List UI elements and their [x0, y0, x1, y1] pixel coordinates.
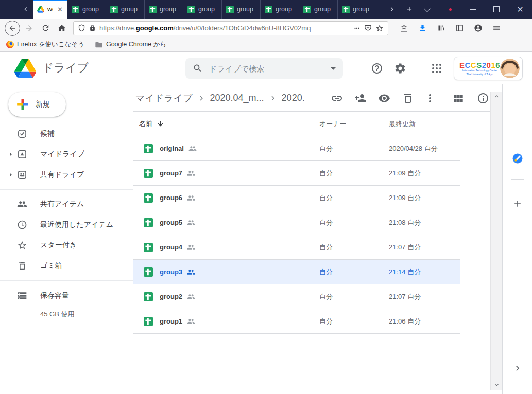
address-bar[interactable]: https://drive.google.com/drive/u/0/folde…	[73, 21, 388, 35]
file-owner: 自分	[319, 136, 333, 160]
breadcrumb-item[interactable]: 2020.04_m...	[210, 93, 264, 103]
list-all-tabs-icon[interactable]	[418, 0, 436, 19]
browser-tab-group[interactable]: group	[260, 0, 299, 19]
menu-hamburger-icon[interactable]	[488, 21, 505, 36]
sheets-favicon-icon	[342, 6, 350, 13]
browser-tab-group[interactable]: group	[67, 0, 106, 19]
sidebar-item-my-drive[interactable]: マイドライブ	[0, 144, 133, 165]
delete-icon[interactable]	[402, 92, 414, 104]
back-button[interactable]	[4, 21, 21, 36]
settings-gear-icon[interactable]	[394, 62, 406, 75]
help-icon[interactable]	[371, 62, 383, 75]
file-row[interactable]: group6 自分 21:09 自分	[133, 186, 460, 210]
breadcrumb-item[interactable]: マイドライブ	[135, 92, 193, 104]
expand-arrow-icon[interactable]	[7, 171, 15, 179]
file-row[interactable]: group5 自分 21:08 自分	[133, 210, 460, 235]
account-icon[interactable]	[470, 21, 486, 36]
column-header-modified[interactable]: 最終更新	[389, 112, 416, 136]
search-input[interactable]	[208, 64, 325, 74]
reload-button[interactable]	[37, 21, 54, 36]
bookmark-folder[interactable]: Google Chrome から	[95, 40, 166, 49]
file-modified: 21:08 自分	[389, 210, 421, 235]
content-scrollbar[interactable]	[490, 92, 502, 390]
browser-tab-group[interactable]: group	[183, 0, 221, 19]
scroll-down-icon[interactable]	[493, 382, 500, 388]
window-minimize-button[interactable]	[461, 0, 485, 19]
search-options-caret-icon[interactable]	[331, 67, 336, 70]
column-header-owner[interactable]: オーナー	[319, 112, 347, 136]
scroll-tabs-left-icon[interactable]	[19, 0, 33, 19]
window-maximize-button[interactable]	[485, 0, 508, 19]
grid-view-icon[interactable]	[452, 92, 465, 104]
file-name: original	[160, 145, 184, 152]
shared-people-icon	[187, 219, 195, 227]
sidebar-item-recent[interactable]: 最近使用したアイテム	[0, 214, 133, 235]
browser-tab-group[interactable]: group	[299, 0, 337, 19]
library-icon[interactable]	[433, 21, 449, 36]
shared-people-icon	[187, 243, 195, 252]
tracking-protection-shield-icon[interactable]	[78, 24, 85, 32]
tasks-icon[interactable]	[512, 153, 523, 164]
page-actions-icon[interactable]	[353, 25, 361, 32]
account-avatar[interactable]	[500, 59, 520, 78]
browser-tab-active[interactable]: wo ✕	[33, 0, 67, 19]
get-link-icon[interactable]	[331, 92, 343, 104]
priority-check-icon	[17, 129, 27, 139]
drive-logo-icon[interactable]	[14, 59, 36, 78]
sidebar-storage-section[interactable]: 保存容量 45 GB 使用	[0, 285, 133, 306]
google-apps-grid-icon[interactable]	[432, 64, 441, 73]
bookmark-item[interactable]: Firefox を使いこなそう	[6, 40, 84, 49]
bookmark-star-icon[interactable]	[375, 24, 384, 32]
new-button[interactable]: 新規	[8, 92, 66, 117]
new-tab-button[interactable]	[401, 0, 418, 19]
sort-arrow-down-icon[interactable]	[157, 120, 164, 128]
sheets-favicon-icon	[226, 6, 234, 13]
sidebar-item-starred[interactable]: スター付き	[0, 235, 133, 256]
sidebar-item-priority[interactable]: 候補	[0, 123, 133, 144]
browser-tab-group[interactable]: group	[337, 0, 376, 19]
expand-arrow-icon[interactable]	[7, 150, 15, 158]
file-row[interactable]: group2 自分 21:07 自分	[133, 284, 460, 309]
breadcrumb-item[interactable]: 2020.	[282, 93, 305, 103]
sidebar-item-shared-with-me[interactable]: 共有アイテム	[0, 194, 133, 214]
info-icon[interactable]	[477, 92, 489, 104]
sidebar-item-storage[interactable]: 保存容量	[0, 285, 133, 306]
preview-eye-icon[interactable]	[378, 92, 390, 104]
tab-close-icon[interactable]: ✕	[57, 6, 63, 13]
file-row[interactable]: group4 自分 21:07 自分	[133, 235, 460, 260]
tab-label: wo	[47, 6, 53, 13]
drive-header: ドライブ ECCS2016 Information Technology Cen…	[0, 52, 532, 84]
file-name: group3	[160, 268, 182, 276]
home-button[interactable]	[54, 21, 70, 36]
add-addon-plus-icon[interactable]	[512, 199, 523, 209]
column-header-name[interactable]: 名前	[139, 112, 164, 136]
drive-search-box[interactable]	[185, 58, 343, 79]
share-person-add-icon[interactable]	[354, 92, 367, 104]
file-row[interactable]: group3 自分 21:14 自分	[133, 260, 460, 284]
browser-tab-group[interactable]: group	[144, 0, 183, 19]
scroll-up-icon[interactable]	[493, 93, 500, 100]
sidebar-item-shared-drives[interactable]: 共有ドライブ	[0, 165, 133, 185]
browser-tab-group[interactable]: group	[106, 0, 144, 19]
downloads-icon[interactable]	[414, 21, 431, 36]
sidebars-icon[interactable]	[451, 21, 468, 36]
app-title: ドライブ	[42, 60, 89, 76]
tab-label: group	[237, 6, 253, 13]
more-actions-icon[interactable]	[424, 92, 436, 104]
drive-favicon-icon	[37, 6, 44, 13]
account-card[interactable]: ECCS2016 Information Technology CenterTh…	[454, 57, 523, 80]
forward-button[interactable]	[21, 21, 37, 36]
window-close-button[interactable]: ✕	[508, 0, 532, 19]
scroll-tabs-right-icon[interactable]	[383, 0, 401, 19]
shared-people-icon	[187, 194, 195, 202]
bookmarks-menu-icon[interactable]	[396, 21, 412, 36]
browser-tab-group[interactable]: group	[221, 0, 260, 19]
search-icon[interactable]	[193, 63, 203, 74]
file-row[interactable]: group7 自分 21:09 自分	[133, 161, 460, 186]
file-row[interactable]: original 自分 2020/04/28 自分	[133, 136, 460, 161]
collapse-panel-chevron-icon[interactable]	[512, 363, 523, 373]
pocket-icon[interactable]	[364, 24, 372, 32]
sidebar-item-trash[interactable]: ゴミ箱	[0, 256, 133, 276]
shared-people-icon	[187, 317, 195, 326]
file-row[interactable]: group1 自分 21:06 自分	[133, 309, 460, 334]
